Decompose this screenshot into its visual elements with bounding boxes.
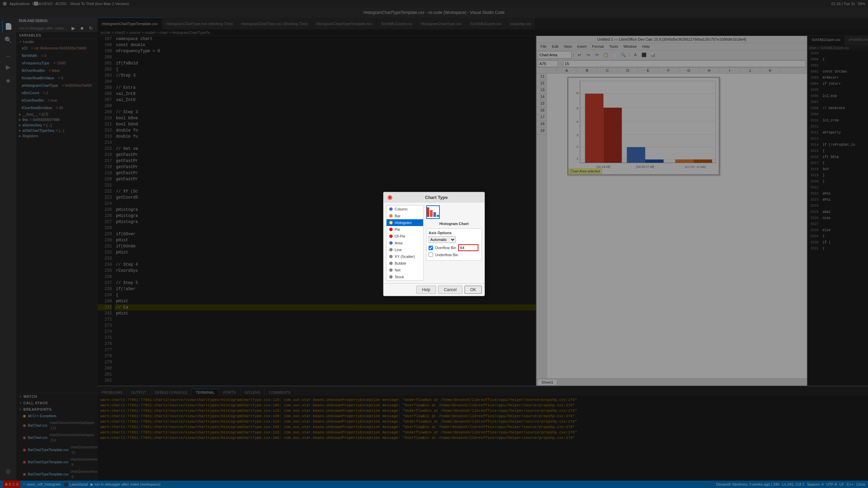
chart-type-label: Line: [395, 248, 402, 252]
chart-preview-area: Histogram Chart Axis Options Automatic O…: [426, 205, 482, 281]
chart-type-dot: [389, 235, 393, 238]
chart-type-dot: [389, 228, 393, 231]
mini-bars-1: [427, 207, 439, 217]
histogram-chart-label: Histogram Chart: [426, 222, 482, 226]
chart-type-dot: [389, 214, 393, 218]
dialog-title-text: Chart Type: [425, 195, 448, 200]
chart-type-list: ColumnBarHistogramPieOf-PieAreaLineXY (S…: [386, 205, 423, 281]
underflow-bin-row: Underflow Bin: [429, 252, 479, 257]
overflow-bin-checkbox[interactable]: [429, 246, 433, 250]
chart-type-label: Bubble: [395, 261, 406, 265]
chart-type-label: Of-Pie: [395, 234, 405, 238]
mini-bar-4: [437, 215, 439, 217]
chart-type-item-line[interactable]: Line: [387, 246, 423, 253]
overflow-bin-input[interactable]: [458, 244, 478, 251]
chart-type-dot: [389, 241, 393, 245]
chart-subtype-1[interactable]: [426, 205, 440, 219]
chart-type-dialog: ✕ Chart Type ColumnBarHistogramPieOf-Pie…: [383, 192, 485, 296]
chart-type-item-of-pie[interactable]: Of-Pie: [387, 233, 423, 240]
chart-type-dot: [389, 275, 393, 279]
underflow-bin-checkbox[interactable]: [429, 252, 433, 257]
dialog-body: ColumnBarHistogramPieOf-PieAreaLineXY (S…: [383, 203, 485, 283]
chart-type-dot: [389, 221, 393, 224]
chart-type-dot: [389, 248, 393, 251]
ok-button[interactable]: OK: [465, 286, 482, 294]
chart-type-label: Pie: [395, 227, 400, 231]
axis-options: Axis Options Automatic Overflow Bin Unde…: [426, 228, 482, 261]
chart-type-item-stock[interactable]: Stock: [387, 273, 423, 280]
chart-type-item-net[interactable]: Net: [387, 267, 423, 273]
chart-type-label: Area: [395, 241, 402, 245]
mini-bar-1: [427, 207, 429, 217]
chart-type-item-bubble[interactable]: Bubble: [387, 260, 423, 267]
help-button[interactable]: Help: [416, 286, 436, 294]
chart-type-label: Column: [395, 207, 408, 211]
cancel-button[interactable]: Cancel: [438, 286, 462, 294]
chart-type-label: Stock: [395, 275, 404, 279]
chart-type-label: Histogram: [395, 221, 412, 225]
underflow-bin-label: Underflow Bin: [435, 253, 458, 257]
dialog-footer: Help Cancel OK: [383, 283, 485, 296]
chart-type-label: Bar: [395, 214, 400, 218]
chart-type-dot: [389, 255, 393, 258]
axis-select-row: Automatic: [429, 236, 479, 243]
mini-bar-3: [433, 212, 436, 217]
chart-type-dot: [389, 262, 393, 265]
dialog-title: ✕ Chart Type: [383, 192, 485, 203]
chart-type-dot: [389, 207, 393, 211]
overflow-bin-label: Overflow Bin: [435, 246, 456, 250]
chart-type-item-bar[interactable]: Bar: [387, 212, 423, 219]
dialog-overlay: ✕ Chart Type ColumnBarHistogramPieOf-Pie…: [0, 0, 868, 488]
chart-type-item-area[interactable]: Area: [387, 240, 423, 246]
chart-type-item-histogram[interactable]: Histogram: [387, 219, 423, 226]
mini-bar-2: [430, 210, 433, 217]
axis-select[interactable]: Automatic: [429, 236, 456, 243]
chart-type-item-pie[interactable]: Pie: [387, 226, 423, 233]
chart-subtypes: [426, 205, 482, 219]
chart-type-label: Net: [395, 268, 400, 272]
chart-type-item-xy-(scatter)[interactable]: XY (Scatter): [387, 253, 423, 260]
chart-type-dot: [389, 268, 393, 272]
chart-type-label: XY (Scatter): [395, 255, 415, 259]
dialog-close-btn[interactable]: ✕: [388, 195, 392, 200]
chart-type-item-column[interactable]: Column: [387, 206, 423, 212]
overflow-bin-row: Overflow Bin: [429, 244, 479, 251]
axis-options-title: Axis Options: [429, 231, 479, 235]
